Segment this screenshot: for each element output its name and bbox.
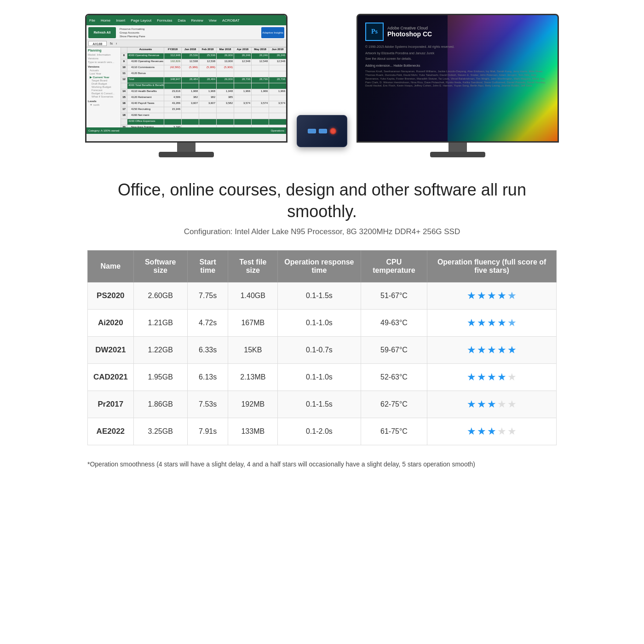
excel-name-box: AX188 bbox=[88, 41, 107, 46]
star-full: ★ bbox=[487, 398, 496, 410]
ps-content: Ps Adobe Creative Cloud Photoshop CC © 1… bbox=[358, 15, 558, 141]
stars-cell: ★★★★★ bbox=[433, 344, 551, 356]
cell-start-time: 6.13s bbox=[187, 363, 228, 391]
col-header-op-response: Operation response time bbox=[278, 250, 361, 282]
cell-test-file: 15KB bbox=[228, 336, 278, 363]
cell-stars: ★★★★★ bbox=[427, 309, 557, 336]
power-button bbox=[330, 128, 336, 134]
cell-op-response: 0.1-1.5s bbox=[278, 282, 361, 309]
excel-formula-menu: Formulas bbox=[157, 18, 172, 23]
cell-test-file: 2.13MB bbox=[228, 363, 278, 391]
performance-table: Name Software size Start time Test file … bbox=[87, 250, 557, 445]
cell-software-size: 1.86GB bbox=[133, 391, 187, 418]
cell-cpu-temp: 62-75°C bbox=[361, 391, 427, 418]
excel-top-bar: File Home Insert Page Layout Formulas Da… bbox=[86, 15, 286, 25]
star-full: ★ bbox=[467, 344, 476, 356]
ps-body-text: © 1990-2015 Adobe Systems Incorporated. … bbox=[365, 45, 550, 88]
star-full: ★ bbox=[507, 344, 517, 356]
table-row: CAD2021 1.95GB 6.13s 2.13MB 0.1-1.0s 52-… bbox=[88, 363, 557, 391]
col-header-name: Name bbox=[88, 250, 134, 282]
monitor-left-stand bbox=[177, 143, 196, 152]
cell-start-time: 7.91s bbox=[187, 418, 228, 445]
cell-test-file: 1.40GB bbox=[228, 282, 278, 309]
cell-start-time: 7.75s bbox=[187, 282, 228, 309]
excel-screen: File Home Insert Page Layout Formulas Da… bbox=[85, 14, 288, 143]
star-full: ★ bbox=[477, 398, 486, 410]
table-row: AE2022 3.25GB 7.91s 133MB 0.1-2.0s 61-75… bbox=[88, 418, 557, 445]
cell-name: PS2020 bbox=[88, 282, 134, 309]
excel-file-menu: File bbox=[89, 18, 95, 23]
star-full: ★ bbox=[497, 344, 506, 356]
excel-view-menu: View bbox=[209, 18, 217, 23]
cell-test-file: 167MB bbox=[228, 309, 278, 336]
star-full: ★ bbox=[477, 371, 486, 383]
ps-brand-label: Adobe Creative Cloud bbox=[387, 26, 432, 30]
cell-stars: ★★★★★ bbox=[427, 391, 557, 418]
star-full: ★ bbox=[467, 398, 476, 410]
cell-test-file: 133MB bbox=[228, 418, 278, 445]
mini-pc bbox=[297, 115, 347, 161]
stars-cell: ★★★★★ bbox=[433, 317, 551, 329]
ps-adding-extension: Adding extension... Halide Bottlenecks bbox=[365, 63, 550, 68]
star-full: ★ bbox=[477, 426, 486, 437]
star-empty: ★ bbox=[497, 398, 506, 410]
cell-software-size: 3.25GB bbox=[133, 418, 187, 445]
cell-start-time: 6.33s bbox=[187, 336, 228, 363]
cell-stars: ★★★★★ bbox=[427, 418, 557, 445]
star-full: ★ bbox=[467, 371, 476, 383]
hero-section: File Home Insert Page Layout Formulas Da… bbox=[0, 0, 644, 170]
ps-product-label: Photoshop CC bbox=[387, 30, 432, 38]
cell-cpu-temp: 59-67°C bbox=[361, 336, 427, 363]
cell-stars: ★★★★★ bbox=[427, 282, 557, 309]
table-row: Pr2017 1.86GB 7.53s 192MB 0.1-1.5s 62-75… bbox=[88, 391, 557, 418]
sub-config: Configuration: Intel Alder Lake N95 Proc… bbox=[184, 227, 460, 236]
photoshop-screen: Ps Adobe Creative Cloud Photoshop CC © 1… bbox=[356, 14, 559, 143]
stars-cell: ★★★★★ bbox=[433, 371, 551, 383]
monitor-right: Ps Adobe Creative Cloud Photoshop CC © 1… bbox=[356, 14, 559, 161]
mini-pc-ports bbox=[308, 128, 336, 134]
cell-name: CAD2021 bbox=[88, 363, 134, 391]
cell-name: DW2021 bbox=[88, 336, 134, 363]
content-section: Office, online courses, design and other… bbox=[69, 170, 575, 478]
cell-cpu-temp: 51-67°C bbox=[361, 282, 427, 309]
ps-copyright: © 1990-2015 Adobe Systems Incorporated. … bbox=[365, 45, 550, 49]
stars-cell: ★★★★★ bbox=[433, 290, 551, 302]
star-full: ★ bbox=[487, 344, 496, 356]
star-full: ★ bbox=[487, 371, 496, 383]
cell-start-time: 7.53s bbox=[187, 391, 228, 418]
star-empty: ★ bbox=[507, 371, 517, 383]
excel-ribbon: Refresh All Preserve Formatting Group Ac… bbox=[86, 25, 286, 40]
col-header-cpu-temp: CPU temperature bbox=[361, 250, 427, 282]
star-empty: ★ bbox=[507, 426, 517, 437]
col-header-fluency: Operation fluency (full score of five st… bbox=[427, 250, 557, 282]
ps-artwork-credit: Artwork by Elizaveta Porodina and Janusz… bbox=[365, 51, 550, 56]
usb-port-1 bbox=[308, 129, 316, 133]
cell-name: AE2022 bbox=[88, 418, 134, 445]
excel-adaptive-insights: Adaptive Insights bbox=[261, 27, 284, 38]
star-full: ★ bbox=[497, 317, 506, 329]
excel-home-menu: Home bbox=[101, 18, 110, 23]
col-header-software-size: Software size bbox=[133, 250, 187, 282]
cell-cpu-temp: 52-63°C bbox=[361, 363, 427, 391]
col-header-start-time: Start time bbox=[187, 250, 228, 282]
ps-content-main: Ps Adobe Creative Cloud Photoshop CC © 1… bbox=[365, 23, 550, 88]
star-full: ★ bbox=[467, 317, 476, 329]
excel-formula-bar: AX188 fx f bbox=[86, 40, 286, 47]
cell-op-response: 0.1-2.0s bbox=[278, 418, 361, 445]
star-empty: ★ bbox=[507, 398, 517, 410]
excel-data-area: Planning Model: Information Versions Typ… bbox=[86, 47, 286, 127]
ps-logo-area: Ps Adobe Creative Cloud Photoshop CC bbox=[365, 23, 550, 41]
cell-op-response: 0.1-1.0s bbox=[278, 309, 361, 336]
table-row: DW2021 1.22GB 6.33s 15KB 0.1-0.7s 59-67°… bbox=[88, 336, 557, 363]
excel-main-grid: Accounts FY2018 Jan 2018 Feb 2018 Mar 20… bbox=[121, 47, 286, 127]
monitor-left: File Home Insert Page Layout Formulas Da… bbox=[85, 14, 288, 161]
col-header-test-file: Test file size bbox=[228, 250, 278, 282]
star-full: ★ bbox=[467, 290, 476, 302]
star-full: ★ bbox=[487, 290, 496, 302]
cell-software-size: 2.60GB bbox=[133, 282, 187, 309]
cell-cpu-temp: 49-63°C bbox=[361, 309, 427, 336]
cell-op-response: 0.1-0.7s bbox=[278, 336, 361, 363]
footnote: *Operation smoothness (4 stars will have… bbox=[87, 459, 557, 469]
monitor-right-stand bbox=[448, 143, 467, 152]
excel-sidebar: Planning Model: Information Versions Typ… bbox=[86, 47, 121, 127]
